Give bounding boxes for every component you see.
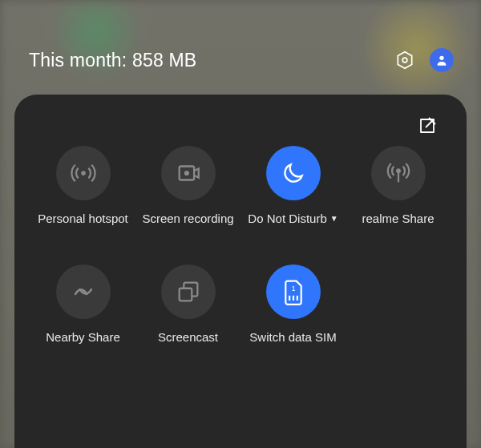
person-icon — [435, 54, 448, 67]
tile-do-not-disturb[interactable]: Do Not Disturb ▼ — [240, 146, 346, 242]
svg-text:1: 1 — [291, 285, 295, 293]
tile-screen-recording[interactable]: Screen recording — [135, 146, 240, 242]
tile-switch-data-sim[interactable]: 1 Switch data SIM — [240, 264, 346, 361]
status-header: This month: 858 MB — [0, 46, 481, 74]
realme-share-icon — [385, 159, 412, 187]
tile-screencast[interactable]: Screencast — [135, 264, 240, 361]
tile-label: Screen recording — [142, 212, 233, 242]
tile-icon-circle — [56, 264, 111, 319]
panel-actions-row — [30, 114, 451, 138]
svg-point-2 — [81, 171, 86, 176]
tile-label: Screencast — [158, 330, 218, 361]
tile-nearby-share[interactable]: Nearby Share — [30, 264, 135, 361]
svg-point-5 — [396, 168, 401, 173]
svg-point-0 — [402, 58, 407, 63]
tile-label: Nearby Share — [46, 330, 120, 361]
tiles-grid: Personal hotspot Screen recording Do Not… — [30, 146, 451, 361]
hotspot-icon — [70, 159, 97, 187]
tile-label: Switch data SIM — [249, 330, 336, 361]
tile-realme-share[interactable]: realme Share — [346, 146, 451, 242]
tile-icon-circle — [56, 146, 111, 200]
data-usage-title[interactable]: This month: 858 MB — [29, 50, 382, 71]
edit-tiles-button[interactable] — [415, 114, 439, 138]
sim-icon: 1 — [281, 278, 305, 305]
edit-icon — [418, 116, 437, 135]
nearby-share-icon — [70, 278, 97, 305]
tile-icon-circle — [161, 146, 216, 200]
screencast-icon — [175, 278, 202, 305]
screen-recording-icon — [175, 159, 202, 187]
svg-rect-8 — [179, 289, 192, 301]
gear-hex-icon — [394, 50, 415, 71]
chevron-down-icon: ▼ — [330, 214, 338, 224]
tile-icon-circle — [371, 146, 426, 200]
moon-icon — [281, 160, 306, 186]
tile-icon-circle: 1 — [266, 264, 321, 319]
tile-icon-circle — [266, 146, 321, 200]
tile-personal-hotspot[interactable]: Personal hotspot — [30, 146, 135, 242]
account-avatar — [430, 48, 454, 72]
tile-icon-circle — [161, 264, 216, 319]
tile-label: realme Share — [362, 212, 434, 242]
quick-settings-panel: Personal hotspot Screen recording Do Not… — [14, 95, 467, 448]
tile-label: Do Not Disturb ▼ — [248, 212, 338, 242]
svg-point-4 — [184, 171, 188, 176]
settings-button[interactable] — [391, 46, 418, 74]
tile-label: Personal hotspot — [38, 212, 128, 242]
svg-point-1 — [439, 56, 443, 60]
account-button[interactable] — [428, 46, 455, 74]
